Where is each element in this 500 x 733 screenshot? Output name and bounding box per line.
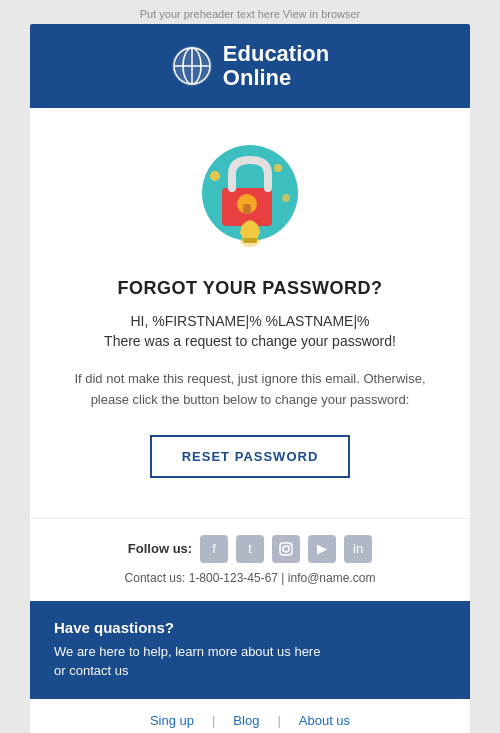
svg-point-11 — [282, 194, 290, 202]
follow-label: Follow us: — [128, 541, 192, 556]
svg-point-10 — [274, 164, 282, 172]
hi-text: HI, %FIRSTNAME|% %LASTNAME|% — [70, 313, 430, 329]
svg-rect-14 — [280, 543, 292, 555]
questions-title: Have quastions? — [54, 619, 446, 636]
svg-point-16 — [289, 545, 291, 547]
brand-name-line2: Online — [223, 65, 291, 90]
footer-link-signup[interactable]: Sing up — [132, 713, 212, 728]
svg-point-15 — [283, 546, 289, 552]
questions-body: We are here to help, learn more about us… — [54, 642, 446, 681]
info-text: If did not make this request, just ignor… — [70, 369, 430, 411]
forgot-title: FORGOT YOUR PASSWORD? — [70, 278, 430, 299]
preheader-text: Put your preheader text here View in bro… — [0, 0, 500, 24]
social-section: Follow us: f t ▶ in Contact us: 1-800-12… — [30, 518, 470, 601]
preheader-content: Put your preheader text here View in bro… — [140, 8, 361, 20]
youtube-icon[interactable]: ▶ — [308, 535, 336, 563]
email-container: Education Online — [30, 24, 470, 733]
svg-rect-8 — [243, 204, 251, 214]
main-content: FORGOT YOUR PASSWORD? HI, %FIRSTNAME|% %… — [30, 108, 470, 518]
globe-icon — [171, 45, 213, 87]
questions-section: Have quastions? We are here to help, lea… — [30, 601, 470, 699]
svg-rect-13 — [243, 238, 257, 243]
reset-password-button[interactable]: RESET PASSWORD — [150, 435, 351, 478]
brand-title: Education Online — [223, 42, 329, 90]
instagram-icon[interactable] — [272, 535, 300, 563]
contact-text: Contact us: 1-800-123-45-67 | info@name.… — [50, 571, 450, 585]
footer-link-blog[interactable]: Blog — [215, 713, 277, 728]
lock-illustration — [190, 138, 310, 258]
request-text: There was a request to change your passw… — [70, 333, 430, 349]
svg-point-9 — [210, 171, 220, 181]
linkedin-icon[interactable]: in — [344, 535, 372, 563]
footer-link-about[interactable]: About us — [281, 713, 368, 728]
follow-row: Follow us: f t ▶ in — [50, 535, 450, 563]
footer-links: Sing up | Blog | About us — [30, 699, 470, 733]
brand-name-line1: Education — [223, 41, 329, 66]
twitter-icon[interactable]: t — [236, 535, 264, 563]
header-section: Education Online — [30, 24, 470, 108]
facebook-icon[interactable]: f — [200, 535, 228, 563]
